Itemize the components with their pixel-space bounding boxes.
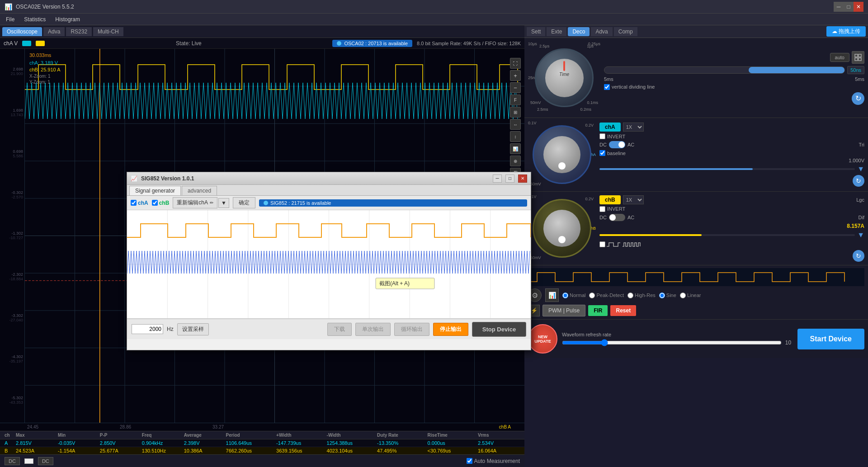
- normal-radio[interactable]: [562, 292, 568, 298]
- siggen-minimize[interactable]: ─: [493, 175, 502, 183]
- single-out-btn[interactable]: 单次输出: [355, 323, 391, 336]
- minimize-button[interactable]: ─: [834, 2, 844, 12]
- y-label-7: -3.302-27.040: [1, 313, 23, 322]
- measure-icon-btn[interactable]: ↕: [510, 131, 521, 142]
- siggen-cha-checkbox[interactable]: [131, 200, 137, 206]
- col-pp: P-P: [100, 433, 142, 438]
- freq-input[interactable]: [132, 324, 163, 334]
- tab-adva[interactable]: Adva: [43, 27, 65, 36]
- siggen-maximize[interactable]: □: [505, 175, 514, 183]
- col-avg: Average: [184, 433, 226, 438]
- col-minus-width: -Width: [327, 433, 377, 438]
- fir-button[interactable]: FIR: [588, 305, 608, 316]
- grid-icon-btn[interactable]: ⊞: [510, 107, 521, 118]
- refresh-cha-icon[interactable]: ↻: [853, 175, 864, 187]
- right-panel-tabs: Sett Exte Deco Adva Comp ☁ 拖拽上传: [524, 25, 868, 38]
- siggen-chb-checkbox[interactable]: [152, 200, 158, 206]
- tab-sett[interactable]: Sett: [527, 27, 545, 36]
- auto-measurement-checkbox[interactable]: [467, 458, 472, 464]
- chb-label-btn[interactable]: chB: [599, 195, 621, 204]
- peak-detect-radio-label[interactable]: Peak-Detect: [589, 292, 624, 298]
- menu-file[interactable]: File: [2, 15, 18, 24]
- ch-a-voltage: chA: 3.189 V: [29, 60, 58, 66]
- dc-button-b[interactable]: DC: [38, 457, 53, 465]
- chb-wave-check[interactable]: [599, 241, 605, 247]
- setup-sample-btn[interactable]: 设置采样: [177, 323, 209, 335]
- tab-adva-right[interactable]: Adva: [591, 27, 612, 36]
- tab-deco[interactable]: Deco: [568, 27, 590, 36]
- histogram-icon-btn[interactable]: 📊: [510, 143, 521, 154]
- peak-detect-radio[interactable]: [589, 292, 595, 298]
- stop-out-btn[interactable]: 停止输出: [433, 323, 468, 336]
- auto-btn[interactable]: auto: [830, 53, 849, 62]
- chb-multiplier-select[interactable]: 1X2X5X10X: [623, 195, 644, 204]
- auto-measurement-label[interactable]: Auto Measurement: [467, 458, 520, 464]
- chb-invert-label[interactable]: INVERT: [599, 206, 864, 212]
- freq-unit: Hz: [167, 326, 174, 332]
- download-btn[interactable]: 下载: [327, 323, 352, 336]
- cha-invert-label[interactable]: INVERT: [599, 133, 864, 139]
- siggen-cha-check-label[interactable]: chA: [131, 200, 148, 206]
- state-label: State: Live: [49, 40, 328, 47]
- tab-exte[interactable]: Exte: [547, 27, 566, 36]
- high-res-radio[interactable]: [627, 292, 633, 298]
- edit-cha-dropdown[interactable]: ▼: [218, 198, 229, 208]
- linear-radio[interactable]: [680, 292, 686, 298]
- cursor-icon-btn[interactable]: ↔: [510, 119, 521, 130]
- zoom-out-btn[interactable]: −: [510, 82, 521, 93]
- zoom-in-btn[interactable]: +: [510, 70, 521, 81]
- cha-multiplier-select[interactable]: 1X2X5X10X: [623, 123, 644, 132]
- refresh-chb-icon[interactable]: ↻: [853, 250, 864, 262]
- tab-rs232[interactable]: RS232: [66, 27, 92, 36]
- chb-current-val: 8.157A: [599, 223, 864, 229]
- cha-label-btn[interactable]: chA: [599, 123, 621, 132]
- siggen-close[interactable]: ✕: [518, 175, 527, 183]
- linear-radio-label[interactable]: Linear: [680, 292, 701, 298]
- refresh-time-icon[interactable]: ↻: [852, 92, 864, 105]
- tab-oscilloscope[interactable]: Oscilloscope: [2, 27, 42, 36]
- grid-settings-icon[interactable]: [852, 51, 864, 64]
- vertical-dividing-checkbox[interactable]: [604, 84, 610, 90]
- cloud-upload-button[interactable]: ☁ 拖拽上传: [826, 26, 866, 37]
- close-button[interactable]: ✕: [854, 2, 863, 12]
- high-res-radio-label[interactable]: High-Res: [627, 292, 656, 298]
- grid-add-btn[interactable]: ⊕: [510, 156, 521, 166]
- tab-comp[interactable]: Comp: [614, 27, 637, 36]
- confirm-btn[interactable]: 确定: [233, 197, 255, 208]
- tab-multich[interactable]: Multi-CH: [93, 27, 123, 36]
- waveform-refresh-slider[interactable]: [562, 339, 782, 346]
- siggen-popup: 📈 SIG852 Version 1.0.1 ─ □ ✕ Signal gene…: [127, 172, 531, 350]
- siggen-chb-check-label[interactable]: chB: [152, 200, 170, 206]
- new-update-badge[interactable]: NEW UPDATE: [528, 324, 557, 354]
- pwm-pulse-button[interactable]: PWM | Pulse: [542, 305, 585, 316]
- chart-icon[interactable]: 📊: [545, 288, 559, 302]
- maximize-button[interactable]: □: [844, 2, 854, 12]
- siggen-stop-device-btn[interactable]: Stop Device: [472, 322, 526, 337]
- cha-knob[interactable]: [533, 125, 591, 184]
- chb-dc-label: DC: [599, 215, 607, 220]
- cha-invert-checkbox[interactable]: [599, 133, 605, 139]
- zoom-fit-btn[interactable]: ⛶: [510, 58, 521, 69]
- siggen-tab-generator[interactable]: Signal generator: [129, 186, 181, 195]
- start-device-button[interactable]: Start Device: [797, 329, 865, 349]
- menu-statistics[interactable]: Statistics: [20, 15, 49, 24]
- time-knob[interactable]: Time: [535, 48, 594, 107]
- chb-knob[interactable]: [533, 199, 591, 258]
- menu-histogram[interactable]: Histogram: [52, 15, 84, 24]
- chb-invert-checkbox[interactable]: [599, 206, 605, 212]
- filter-icon-btn[interactable]: F: [510, 94, 521, 105]
- sine-radio-label[interactable]: Sine: [659, 292, 676, 298]
- x-zoom: X-Zoom: 1: [29, 74, 51, 79]
- cha-baseline-checkbox[interactable]: [599, 150, 605, 156]
- chb-dc-ac-toggle[interactable]: [609, 214, 625, 221]
- normal-radio-label[interactable]: Normal: [562, 292, 585, 298]
- cha-baseline-label[interactable]: baseline: [599, 150, 864, 156]
- sine-radio[interactable]: [659, 292, 665, 298]
- dc-button-a[interactable]: DC: [5, 457, 20, 465]
- siggen-tab-advanced[interactable]: advanced: [182, 186, 217, 195]
- vertical-dividing-label[interactable]: vertical dividing line: [604, 84, 864, 90]
- edit-cha-btn[interactable]: 重新编辑chA ✏: [173, 197, 217, 208]
- cha-dc-ac-toggle[interactable]: [609, 141, 625, 148]
- loop-out-btn[interactable]: 循环输出: [394, 323, 429, 336]
- reset-button[interactable]: Reset: [610, 305, 636, 316]
